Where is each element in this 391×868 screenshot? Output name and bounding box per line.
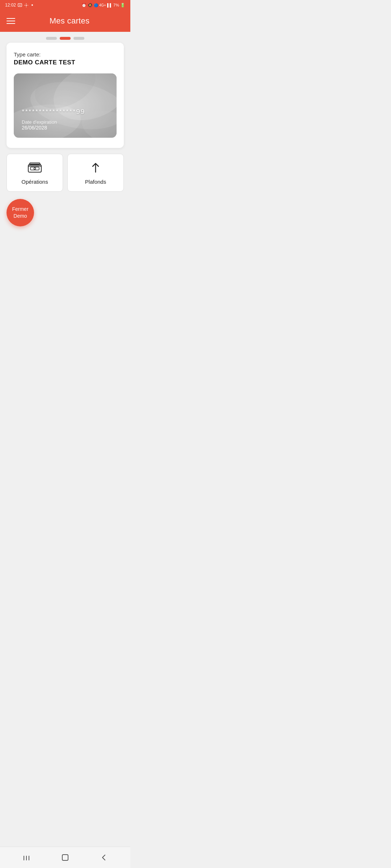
card-expiry-date: 26/06/2028 [22,125,109,131]
svg-point-6 [14,99,84,138]
dot-1 [46,37,57,40]
operations-button[interactable]: Opérations [7,154,63,192]
card-type-name: DEMO CARTE TEST [14,59,117,66]
arrow-up-icon [88,162,104,174]
status-bar: 12:02 ⏰ 🔕 🔵 4G+ ▌▌ 7% 🔋 [0,0,130,10]
svg-point-11 [34,167,36,169]
svg-point-1 [26,4,27,5]
card-number: ****************99 [22,108,109,116]
actions-grid: Opérations Plafonds [7,154,124,192]
dot-2 [60,37,71,40]
card-type-label: Type carte: [14,51,117,58]
svg-rect-14 [30,163,40,164]
status-time: 12:02 [5,3,34,8]
operations-label: Opérations [21,179,48,185]
plafonds-button[interactable]: Plafonds [67,154,124,192]
plafonds-label: Plafonds [85,179,106,185]
status-icons: ⏰ 🔕 🔵 4G+ ▌▌ 7% 🔋 [81,3,125,8]
header: Mes cartes [0,10,130,32]
dot-3 [73,37,84,40]
card-container: Type carte: DEMO CARTE TEST [7,43,124,148]
menu-button[interactable] [7,18,15,24]
svg-rect-0 [18,4,22,7]
pagination-dots [0,32,130,43]
visual-card: ****************99 Date d'expiration 26/… [14,73,117,138]
card-expiry-label: Date d'expiration [22,119,109,125]
cash-register-icon [27,162,43,174]
fermer-demo-button[interactable]: FermerDemo [7,199,34,226]
page-title: Mes cartes [15,16,124,26]
svg-point-2 [31,4,33,6]
